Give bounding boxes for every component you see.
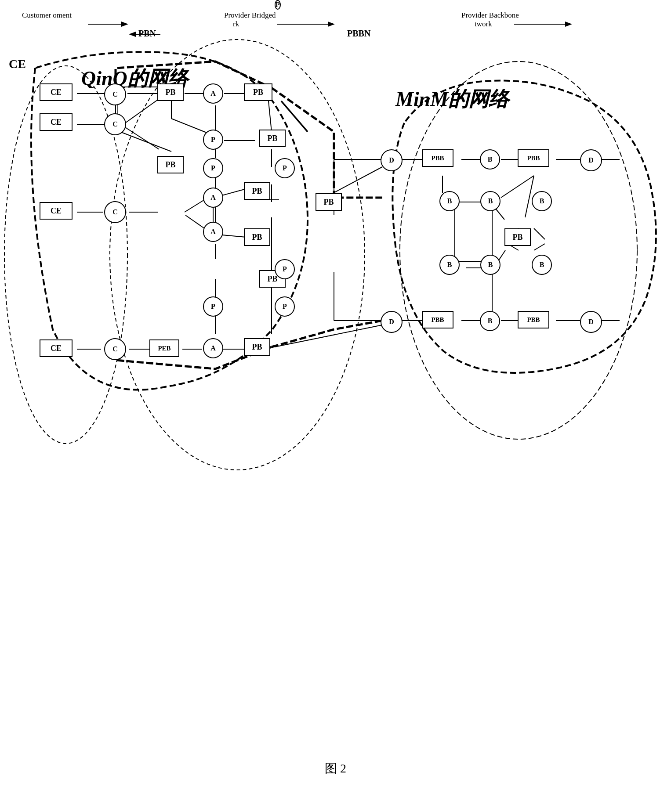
svg-line-26 bbox=[222, 189, 246, 195]
pb-top1: PB bbox=[157, 83, 184, 101]
svg-line-14 bbox=[125, 99, 159, 123]
b-circle-mid4: B bbox=[439, 255, 460, 275]
p-circle-top1: P bbox=[203, 130, 223, 150]
pb-mid-right: PB bbox=[316, 193, 342, 211]
pbb-top2: PBB bbox=[518, 149, 549, 167]
c-circle-mid: C bbox=[104, 201, 126, 223]
customer-label: Customer oment bbox=[22, 11, 72, 20]
svg-line-52 bbox=[534, 228, 545, 239]
svg-line-77 bbox=[118, 131, 171, 152]
svg-point-4 bbox=[110, 40, 365, 470]
p-circle-bot2: P bbox=[275, 296, 295, 317]
ce-box-mid: CE bbox=[40, 202, 73, 220]
p-circle-right1: P bbox=[275, 158, 295, 178]
b-circle-mid6: B bbox=[532, 255, 552, 275]
p-circle-top2: P bbox=[203, 158, 223, 178]
peb-box: PEB bbox=[149, 339, 179, 357]
b-circle-mid1: B bbox=[439, 191, 460, 211]
p-circle-right2: P bbox=[275, 0, 281, 10]
c-circle-bot: C bbox=[104, 338, 126, 360]
d-circle-top2: D bbox=[580, 149, 602, 171]
svg-line-46 bbox=[501, 176, 534, 198]
pbn-label: PBN bbox=[138, 29, 156, 39]
pb-top3: PB bbox=[259, 130, 286, 147]
d-circle-top1: D bbox=[381, 149, 403, 171]
pb-mid2: PB bbox=[244, 182, 270, 200]
b-circle-mid3: B bbox=[532, 191, 552, 211]
b-circle-mid2: B bbox=[480, 191, 501, 211]
a-circle-top: A bbox=[203, 83, 223, 104]
c-circle-top2: C bbox=[104, 113, 126, 135]
a-circle-mid2: A bbox=[203, 222, 223, 242]
pb-bot2: PB bbox=[244, 338, 270, 356]
svg-line-71 bbox=[268, 97, 272, 132]
provider-bridged-label: Provider Bridgedrk bbox=[224, 11, 276, 29]
a-circle-bot: A bbox=[203, 338, 223, 358]
b-circle-bot1: B bbox=[480, 311, 500, 331]
pbb-bot2: PBB bbox=[518, 311, 549, 328]
pb-top2: PB bbox=[244, 83, 272, 101]
ce-main-label: CE bbox=[9, 57, 26, 71]
svg-line-28 bbox=[222, 235, 246, 237]
p-circle-right3: P bbox=[275, 259, 295, 279]
ce-box-top1: CE bbox=[40, 83, 73, 101]
figure-caption: 图 2 bbox=[0, 760, 671, 777]
b-circle-top1: B bbox=[480, 149, 500, 170]
c-circle-top1: C bbox=[104, 83, 126, 105]
pb-right-mid: PB bbox=[504, 228, 531, 246]
svg-line-53 bbox=[534, 244, 545, 250]
p-circle-bot1: P bbox=[203, 296, 223, 317]
diagram-container: Customer oment PBN Provider Bridgedrk PB… bbox=[0, 0, 671, 812]
pbb-top1: PBB bbox=[422, 149, 453, 167]
svg-line-68 bbox=[275, 325, 382, 347]
minm-label: MinM的网络 bbox=[395, 86, 509, 113]
pb-mid1: PB bbox=[157, 156, 184, 173]
a-circle-mid1: A bbox=[203, 188, 223, 208]
ce-box-top2: CE bbox=[40, 113, 73, 131]
d-circle-bot2: D bbox=[580, 311, 602, 333]
network-diagram-svg bbox=[0, 0, 671, 812]
ce-box-bot: CE bbox=[40, 339, 73, 357]
b-circle-mid5: B bbox=[480, 255, 501, 275]
provider-backbone-label: Provider Backbonetwork bbox=[461, 11, 519, 29]
pbbn-label: PBBN bbox=[347, 29, 370, 39]
svg-line-18 bbox=[281, 101, 308, 132]
pbb-bot1: PBB bbox=[422, 311, 453, 328]
svg-line-25 bbox=[185, 200, 204, 212]
d-circle-bot1: D bbox=[381, 311, 403, 333]
pb-mid3: PB bbox=[244, 228, 270, 246]
svg-line-27 bbox=[185, 215, 204, 228]
